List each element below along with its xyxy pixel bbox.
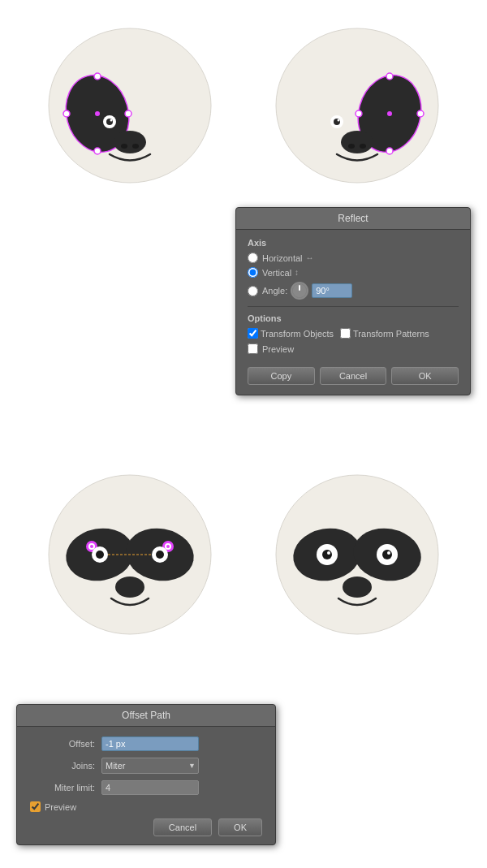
offset-preview-label[interactable]: Preview: [45, 802, 76, 812]
preview-checkbox[interactable]: [248, 343, 258, 354]
svg-point-19: [356, 110, 362, 117]
offset-dialog-title: Offset Path: [17, 705, 275, 727]
miter-input[interactable]: [101, 780, 199, 795]
svg-point-51: [322, 550, 332, 559]
svg-point-7: [95, 111, 100, 116]
svg-point-55: [387, 551, 390, 555]
offset-label: Offset:: [30, 739, 95, 749]
options-row: Transform Objects Transform Patterns: [248, 328, 459, 339]
svg-point-46: [115, 577, 144, 598]
svg-point-24: [360, 144, 366, 149]
svg-point-54: [382, 550, 392, 559]
svg-point-23: [348, 144, 355, 149]
svg-point-18: [386, 148, 393, 154]
transform-patterns-checkbox[interactable]: [340, 328, 351, 339]
offset-input[interactable]: [101, 736, 199, 751]
angle-input[interactable]: [312, 283, 352, 298]
svg-point-17: [386, 73, 393, 80]
left-panda-face: [37, 467, 223, 646]
preview-option[interactable]: Preview: [248, 343, 459, 354]
svg-point-9: [121, 144, 127, 149]
offset-dialog-buttons: Cancel OK: [30, 818, 262, 836]
reflect-dialog-title: Reflect: [236, 208, 470, 230]
angle-label[interactable]: Angle:: [262, 286, 287, 296]
svg-point-56: [343, 577, 372, 598]
joins-row: Joins: Miter Round Bevel ▼: [30, 758, 262, 774]
miter-label: Miter limit:: [30, 783, 95, 792]
svg-point-21: [387, 111, 392, 116]
offset-row: Offset:: [30, 736, 262, 751]
horizontal-option[interactable]: Horizontal ↔: [248, 253, 459, 263]
offset-dialog: Offset Path Offset: Joins: Miter Round B…: [16, 704, 276, 845]
svg-point-6: [125, 110, 131, 117]
right-dog-face: [264, 20, 450, 199]
horizontal-icon: ↔: [306, 253, 314, 262]
vertical-icon: ↕: [295, 268, 299, 277]
copy-button[interactable]: Copy: [248, 367, 315, 385]
transform-patterns-label: Transform Patterns: [353, 329, 429, 339]
vertical-radio[interactable]: [248, 267, 258, 278]
angle-dial: [291, 282, 308, 300]
transform-objects-option[interactable]: Transform Objects: [248, 328, 334, 339]
svg-point-52: [327, 551, 330, 555]
offset-preview-checkbox[interactable]: [30, 801, 41, 812]
reflect-dialog-buttons: Copy Cancel OK: [248, 362, 459, 386]
svg-point-8: [114, 131, 146, 153]
reflect-dialog: Reflect Axis Horizontal ↔ Vertical ↕ Ang…: [235, 207, 471, 395]
vertical-option[interactable]: Vertical ↕: [248, 267, 459, 278]
transform-objects-label: Transform Objects: [261, 329, 334, 339]
angle-radio[interactable]: [248, 286, 258, 296]
horizontal-label[interactable]: Horizontal: [262, 253, 303, 263]
offset-preview-row[interactable]: Preview: [30, 801, 262, 812]
svg-point-4: [94, 148, 101, 154]
top-section: [0, 0, 487, 211]
joins-label: Joins:: [30, 761, 95, 771]
joins-select[interactable]: Miter Round Bevel: [101, 758, 199, 774]
offset-ok-button[interactable]: OK: [218, 818, 262, 836]
angle-option[interactable]: Angle:: [248, 282, 459, 300]
joins-select-wrap: Miter Round Bevel ▼: [101, 758, 199, 774]
svg-point-20: [417, 110, 424, 117]
right-panda-face: [264, 467, 450, 646]
cancel-button[interactable]: Cancel: [320, 367, 387, 385]
left-dog-face: [37, 20, 223, 199]
vertical-label[interactable]: Vertical: [262, 268, 291, 278]
svg-point-5: [63, 110, 70, 117]
transform-objects-checkbox[interactable]: [248, 328, 258, 339]
svg-point-13: [110, 119, 113, 122]
horizontal-radio[interactable]: [248, 253, 258, 263]
svg-point-41: [166, 545, 170, 548]
svg-point-36: [90, 545, 93, 548]
offset-cancel-button[interactable]: Cancel: [153, 818, 212, 836]
svg-point-22: [341, 131, 373, 153]
preview-label[interactable]: Preview: [262, 344, 294, 354]
axis-label: Axis: [248, 238, 459, 248]
page-wrapper: Reflect Axis Horizontal ↔ Vertical ↕ Ang…: [0, 0, 487, 868]
miter-row: Miter limit:: [30, 780, 262, 795]
options-label: Options: [248, 313, 459, 323]
svg-point-27: [338, 119, 340, 122]
svg-point-3: [94, 73, 101, 80]
svg-point-10: [132, 144, 139, 149]
svg-point-43: [96, 551, 104, 559]
transform-patterns-option[interactable]: Transform Patterns: [340, 328, 429, 339]
bottom-section: [0, 447, 487, 658]
svg-point-45: [156, 551, 164, 559]
ok-button[interactable]: OK: [391, 367, 459, 385]
